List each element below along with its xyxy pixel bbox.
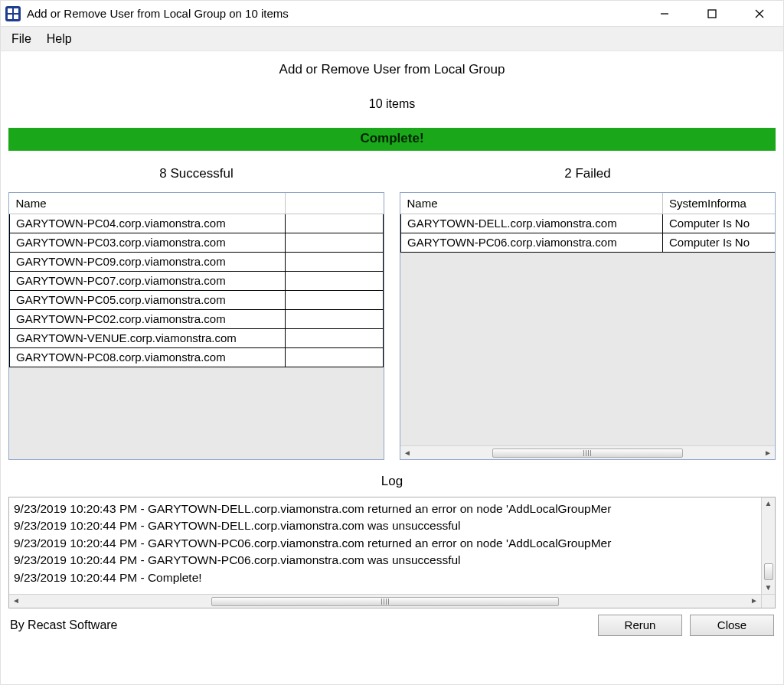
table-row[interactable]: GARYTOWN-PC06.corp.viamonstra.comCompute… bbox=[401, 233, 776, 253]
table-row[interactable]: GARYTOWN-PC03.corp.viamonstra.com bbox=[10, 233, 384, 253]
log-line: 9/23/2019 10:20:44 PM - GARYTOWN-PC06.co… bbox=[14, 535, 760, 552]
cell-name[interactable]: GARYTOWN-PC09.corp.viamonstra.com bbox=[10, 253, 286, 272]
cell-name[interactable]: GARYTOWN-VENUE.corp.viamonstra.com bbox=[10, 329, 286, 348]
table-row[interactable]: GARYTOWN-PC05.corp.viamonstra.com bbox=[10, 291, 384, 310]
rerun-button[interactable]: Rerun bbox=[598, 615, 682, 636]
menu-bar: File Help bbox=[1, 27, 783, 51]
cell-blank bbox=[286, 253, 384, 272]
svg-rect-1 bbox=[8, 8, 12, 13]
scroll-left-icon[interactable]: ◄ bbox=[9, 595, 23, 608]
status-banner: Complete! bbox=[8, 128, 776, 151]
failed-grid-scrollbar[interactable]: ◄ ► bbox=[400, 445, 775, 459]
byline: By Recast Software bbox=[10, 618, 590, 632]
cell-info[interactable]: Computer Is No bbox=[663, 233, 776, 253]
cell-name[interactable]: GARYTOWN-PC07.corp.viamonstra.com bbox=[10, 272, 286, 291]
scroll-left-icon[interactable]: ◄ bbox=[400, 447, 414, 459]
svg-rect-2 bbox=[14, 8, 18, 13]
successful-title: 8 Successful bbox=[8, 154, 384, 192]
table-row[interactable]: GARYTOWN-PC04.corp.viamonstra.com bbox=[10, 214, 384, 233]
log-vertical-scrollbar[interactable]: ▲ ▼ bbox=[761, 497, 775, 594]
scroll-thumb[interactable] bbox=[764, 563, 773, 580]
cell-info[interactable]: Computer Is No bbox=[663, 214, 776, 233]
failed-grid[interactable]: Name SystemInforma GARYTOWN-DELL.corp.vi… bbox=[400, 192, 776, 460]
cell-blank bbox=[286, 329, 384, 348]
cell-blank bbox=[286, 233, 384, 253]
table-row[interactable]: GARYTOWN-PC08.corp.viamonstra.com bbox=[10, 348, 384, 367]
window-maximize-button[interactable] bbox=[688, 1, 736, 26]
item-count: 10 items bbox=[8, 97, 776, 111]
cell-name[interactable]: GARYTOWN-PC02.corp.viamonstra.com bbox=[10, 310, 286, 329]
title-bar: Add or Remove User from Local Group on 1… bbox=[1, 1, 783, 27]
cell-blank bbox=[286, 214, 384, 233]
table-row[interactable]: GARYTOWN-PC02.corp.viamonstra.com bbox=[10, 310, 384, 329]
window-minimize-button[interactable] bbox=[641, 1, 688, 26]
cell-blank bbox=[286, 348, 384, 367]
scroll-right-icon[interactable]: ► bbox=[747, 595, 761, 608]
scroll-right-icon[interactable]: ► bbox=[761, 447, 775, 459]
successful-col-blank bbox=[286, 193, 384, 214]
failed-col-info[interactable]: SystemInforma bbox=[663, 193, 776, 214]
cell-name[interactable]: GARYTOWN-PC03.corp.viamonstra.com bbox=[10, 233, 286, 253]
svg-rect-3 bbox=[8, 15, 12, 19]
cell-name[interactable]: GARYTOWN-PC06.corp.viamonstra.com bbox=[401, 233, 663, 253]
log-line: 9/23/2019 10:20:44 PM - GARYTOWN-DELL.co… bbox=[14, 517, 760, 534]
scroll-thumb[interactable] bbox=[492, 449, 683, 458]
cell-blank bbox=[286, 291, 384, 310]
successful-col-name[interactable]: Name bbox=[10, 193, 286, 214]
cell-blank bbox=[286, 310, 384, 329]
failed-title: 2 Failed bbox=[400, 154, 776, 192]
close-button[interactable]: Close bbox=[690, 615, 774, 636]
log-line: 9/23/2019 10:20:44 PM - Complete! bbox=[14, 569, 760, 586]
table-row[interactable]: GARYTOWN-VENUE.corp.viamonstra.com bbox=[10, 329, 384, 348]
scroll-corner bbox=[761, 594, 775, 608]
window-title: Add or Remove User from Local Group on 1… bbox=[27, 7, 641, 20]
log-line: 9/23/2019 10:20:44 PM - GARYTOWN-PC06.co… bbox=[14, 552, 760, 569]
table-row[interactable]: GARYTOWN-DELL.corp.viamonstra.comCompute… bbox=[401, 214, 776, 233]
window-close-button[interactable] bbox=[736, 1, 783, 26]
log-label: Log bbox=[8, 474, 776, 489]
scroll-thumb[interactable] bbox=[211, 597, 559, 606]
svg-rect-4 bbox=[14, 15, 18, 19]
app-icon bbox=[5, 6, 21, 21]
table-row[interactable]: GARYTOWN-PC09.corp.viamonstra.com bbox=[10, 253, 384, 272]
cell-blank bbox=[286, 272, 384, 291]
cell-name[interactable]: GARYTOWN-PC05.corp.viamonstra.com bbox=[10, 291, 286, 310]
scroll-up-icon[interactable]: ▲ bbox=[762, 497, 775, 510]
log-line: 9/23/2019 10:20:43 PM - GARYTOWN-DELL.co… bbox=[14, 501, 760, 517]
successful-grid[interactable]: Name GARYTOWN-PC04.corp.viamonstra.comGA… bbox=[8, 192, 384, 460]
svg-rect-6 bbox=[708, 10, 716, 18]
page-heading: Add or Remove User from Local Group bbox=[8, 62, 776, 77]
table-row[interactable]: GARYTOWN-PC07.corp.viamonstra.com bbox=[10, 272, 384, 291]
failed-col-name[interactable]: Name bbox=[401, 193, 663, 214]
cell-name[interactable]: GARYTOWN-PC08.corp.viamonstra.com bbox=[10, 348, 286, 367]
scroll-down-icon[interactable]: ▼ bbox=[762, 582, 775, 594]
cell-name[interactable]: GARYTOWN-DELL.corp.viamonstra.com bbox=[401, 214, 663, 233]
menu-file[interactable]: File bbox=[5, 29, 41, 49]
log-horizontal-scrollbar[interactable]: ◄ ► bbox=[9, 594, 761, 608]
log-box[interactable]: 9/23/2019 10:20:43 PM - GARYTOWN-DELL.co… bbox=[8, 497, 776, 608]
menu-help[interactable]: Help bbox=[41, 29, 81, 49]
cell-name[interactable]: GARYTOWN-PC04.corp.viamonstra.com bbox=[10, 214, 286, 233]
